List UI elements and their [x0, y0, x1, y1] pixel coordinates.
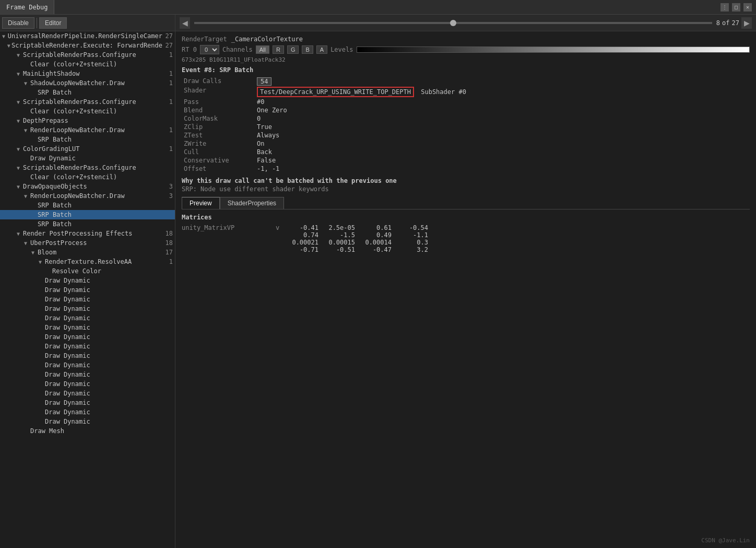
tree-item[interactable]: ▼UberPostProcess18	[0, 238, 175, 248]
tree-item-count: 27	[162, 42, 173, 49]
tree-item[interactable]: Draw Dynamic	[0, 351, 175, 360]
tree-item[interactable]: ▼DepthPrepass	[0, 116, 175, 125]
zclip-row: ZClip True	[182, 123, 750, 131]
channel-r-button[interactable]: R	[273, 45, 284, 54]
tree-arrow-icon: ▼	[17, 99, 23, 105]
tree-item-label: SRP Batch	[38, 136, 175, 143]
tree-item[interactable]: Draw Dynamic	[0, 360, 175, 370]
tree-item[interactable]: Draw Dynamic	[0, 285, 175, 295]
render-target-value: _CameraColorTexture	[231, 36, 303, 43]
tree-item-label: Clear (color+Z+stencil)	[30, 173, 175, 181]
tab-shader-properties[interactable]: ShaderProperties	[220, 197, 284, 209]
tree-item[interactable]: Draw Dynamic	[0, 417, 175, 426]
tree-arrow-icon: ▼	[24, 127, 30, 133]
title-tab[interactable]: Frame Debug	[0, 0, 54, 14]
tree-item[interactable]: Draw Dynamic	[0, 370, 175, 379]
tree-item[interactable]: ▼DrawOpaqueObjects3	[0, 182, 175, 191]
tab-preview[interactable]: Preview	[182, 197, 220, 209]
cull-row: Cull Back	[182, 148, 750, 156]
tree-item-label: Draw Dynamic	[45, 286, 175, 294]
tree-item[interactable]: Draw Dynamic	[0, 407, 175, 417]
tree-item[interactable]: Clear (color+Z+stencil)	[0, 172, 175, 182]
tree-item[interactable]: Draw Dynamic	[0, 379, 175, 389]
tree-item[interactable]: ▼ScriptableRenderer.Execute: ForwardRend…	[0, 41, 175, 50]
tree-item[interactable]: ▼ScriptableRenderPass.Configure1	[0, 97, 175, 107]
tree-item[interactable]: ▼ColorGradingLUT1	[0, 144, 175, 154]
properties-table: Draw Calls 54 Shader Test/DeepCrack_URP_…	[182, 77, 750, 173]
tree-item[interactable]: SRP Batch	[0, 135, 175, 144]
tree-item[interactable]: Draw Dynamic	[0, 295, 175, 304]
tree-item[interactable]: ▼RenderLoopNewBatcher.Draw1	[0, 125, 175, 135]
tree-item[interactable]: Draw Dynamic	[0, 398, 175, 407]
tree-item[interactable]: Draw Dynamic	[0, 276, 175, 285]
tree-item[interactable]: Clear (color+Z+stencil)	[0, 60, 175, 69]
tree-item[interactable]: Draw Dynamic	[0, 332, 175, 342]
tree-item[interactable]: SRP Batch	[0, 201, 175, 210]
cull-label: Cull	[182, 148, 255, 156]
offset-value: -1, -1	[255, 165, 750, 173]
prev-frame-button[interactable]: ◀	[180, 17, 190, 29]
offset-row: Offset -1, -1	[182, 165, 750, 173]
tree-item[interactable]: ▼UniversalRenderPipeline.RenderSingleCam…	[0, 31, 175, 41]
next-frame-button[interactable]: ▶	[741, 17, 752, 29]
zwrite-value: On	[255, 139, 750, 148]
tree-item[interactable]: ▼Bloom17	[0, 248, 175, 257]
frame-current: 8	[716, 19, 720, 27]
tree-item[interactable]: ▼RenderTexture.ResolveAA1	[0, 257, 175, 266]
rt-dropdown[interactable]: 0	[200, 45, 219, 54]
tree-item[interactable]: ▼Render PostProcessing Effects18	[0, 229, 175, 238]
cull-value: Back	[255, 148, 750, 156]
tree-item-label: ScriptableRenderer.Execute: ForwardRende	[11, 42, 162, 49]
tree-item[interactable]: ▼ShadowLoopNewBatcher.Draw1	[0, 78, 175, 88]
tree-item[interactable]: Draw Dynamic	[0, 323, 175, 332]
channel-a-button[interactable]: A	[316, 45, 327, 54]
tree-item[interactable]: ▼ScriptableRenderPass.Configure	[0, 163, 175, 172]
tree-item[interactable]: ▼RenderLoopNewBatcher.Draw3	[0, 191, 175, 201]
tree-item[interactable]: Draw Dynamic	[0, 154, 175, 163]
tree-item-label: Draw Dynamic	[45, 409, 175, 416]
matrix-cell: -1.5	[323, 231, 359, 239]
shader-label: Shader	[182, 86, 255, 98]
channel-b-button[interactable]: B	[302, 45, 313, 54]
tree-item[interactable]: Draw Dynamic	[0, 342, 175, 351]
tree-item[interactable]: ▼MainLightShadow1	[0, 69, 175, 78]
tree-item[interactable]: Clear (color+Z+stencil)	[0, 107, 175, 116]
ztest-row: ZTest Always	[182, 131, 750, 139]
channel-all-button[interactable]: All	[256, 45, 269, 54]
ztest-label: ZTest	[182, 131, 255, 139]
tree-item[interactable]: Draw Dynamic	[0, 313, 175, 323]
editor-button[interactable]: Editor	[39, 17, 67, 29]
batch-warning-detail: SRP: Node use different shader keywords	[182, 185, 750, 193]
tree-item[interactable]: Draw Dynamic	[0, 389, 175, 398]
tree-arrow-icon: ▼	[17, 184, 23, 190]
levels-bar	[357, 46, 750, 53]
disable-button[interactable]: Disable	[2, 17, 34, 29]
tree-item[interactable]: SRP Batch	[0, 210, 175, 219]
toolbar-separator	[37, 18, 37, 28]
matrix-cell: 0.74	[286, 231, 323, 239]
tree-item[interactable]: SRP Batch	[0, 88, 175, 97]
tree-item[interactable]: Draw Mesh	[0, 426, 175, 436]
tree-item[interactable]: Draw Dynamic	[0, 304, 175, 313]
render-target-row: RenderTarget _CameraColorTexture	[182, 36, 750, 43]
channel-g-button[interactable]: G	[287, 45, 299, 54]
right-panel: ◀ 8 of 27 ▶ RenderTarget _CameraColorTex…	[175, 15, 756, 548]
tree-item[interactable]: ▼ScriptableRenderPass.Configure1	[0, 50, 175, 60]
title-bar: Frame Debug ⋮ □ ✕	[0, 0, 756, 15]
tree-item-label: Draw Mesh	[30, 427, 175, 435]
watermark: CSDN @Jave.Lin	[701, 537, 750, 544]
matrix-cell: 0.00014	[359, 239, 396, 246]
tree-item-label: Bloom	[38, 249, 162, 256]
frame-slider[interactable]	[194, 22, 712, 24]
tree-arrow-icon: ▼	[2, 33, 8, 39]
colormask-value: 0	[255, 114, 750, 123]
matrix-name: unity_MatrixVP	[182, 224, 276, 231]
menu-icon[interactable]: ⋮	[720, 3, 729, 11]
maximize-icon[interactable]: □	[732, 3, 740, 11]
tree-item[interactable]: SRP Batch	[0, 219, 175, 229]
tree-item[interactable]: Resolve Color	[0, 266, 175, 276]
close-icon[interactable]: ✕	[743, 3, 752, 11]
main-layout: Disable Editor ▼UniversalRenderPipeline.…	[0, 15, 756, 548]
tree-item-label: Draw Dynamic	[45, 352, 175, 359]
tree-item-count: 27	[162, 32, 173, 40]
